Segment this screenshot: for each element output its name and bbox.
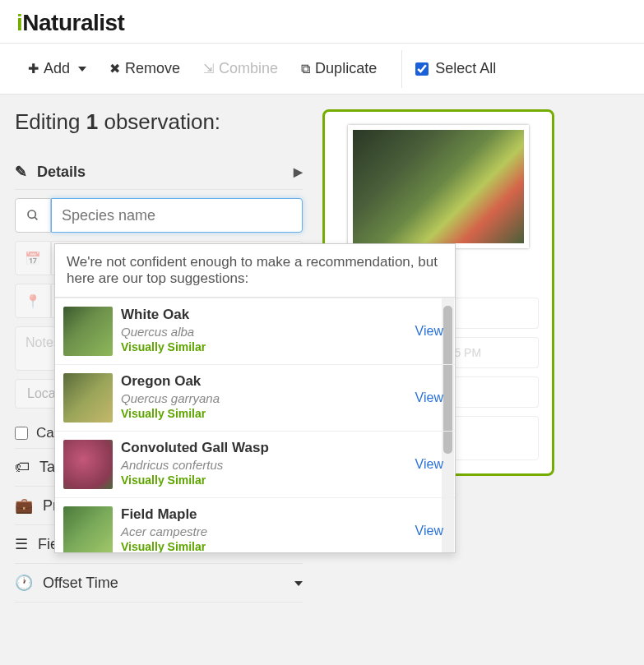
pencil-icon: ✎ [15, 163, 27, 181]
svg-line-1 [35, 217, 37, 219]
x-icon: ✖ [109, 61, 120, 76]
details-header[interactable]: ✎ Details ▶ [15, 155, 303, 190]
pin-icon: 📍 [15, 284, 51, 318]
combine-icon: ⇲ [203, 61, 214, 76]
suggestion-item[interactable]: Field Maple Acer campestre Visually Simi… [55, 497, 455, 552]
duplicate-label: Duplicate [315, 60, 377, 77]
list-icon: ☰ [15, 535, 28, 553]
visually-similar-label: Visually Similar [121, 473, 407, 487]
suggestion-thumbnail [63, 307, 113, 356]
remove-button[interactable]: ✖ Remove [98, 53, 192, 84]
view-link[interactable]: View [415, 524, 443, 538]
view-link[interactable]: View [415, 390, 443, 405]
suggestion-thumbnail [63, 506, 113, 552]
suggestion-name: Convoluted Gall Wasp [121, 440, 407, 456]
combine-button[interactable]: ⇲ Combine [192, 53, 290, 84]
logo: iNaturalist [16, 10, 628, 36]
offset-row[interactable]: 🕐Offset Time [15, 564, 303, 603]
view-link[interactable]: View [415, 324, 443, 339]
editing-prefix: Editing [15, 109, 86, 134]
chevron-right-icon: ▶ [294, 165, 303, 178]
add-button[interactable]: ✚ Add [16, 53, 98, 84]
suggestions-body: ▲ White Oak Quercus alba Visually Simila… [55, 298, 455, 552]
tag-icon: 🏷 [15, 459, 30, 476]
remove-label: Remove [125, 60, 180, 77]
species-row [15, 198, 303, 233]
briefcase-icon: 💼 [15, 496, 33, 515]
suggestion-item[interactable]: White Oak Quercus alba Visually Similar … [55, 298, 455, 364]
suggestion-thumbnail [63, 373, 113, 423]
suggestion-name: White Oak [121, 307, 407, 323]
visually-similar-label: Visually Similar [121, 540, 407, 552]
suggestion-item[interactable]: Convoluted Gall Wasp Andricus confertus … [55, 431, 455, 497]
suggestion-thumbnail [63, 440, 113, 489]
editing-suffix: observation: [98, 109, 220, 134]
chevron-down-icon [291, 576, 303, 589]
species-input[interactable] [51, 198, 303, 233]
visually-similar-label: Visually Similar [121, 407, 407, 420]
suggestions-header: We're not confident enough to make a rec… [55, 244, 455, 298]
captive-checkbox[interactable] [15, 427, 28, 440]
suggestion-scientific-name: Quercus alba [121, 325, 407, 339]
details-title: Details [37, 164, 86, 181]
suggestion-name: Oregon Oak [121, 373, 407, 390]
combine-label: Combine [219, 60, 278, 77]
suggestion-scientific-name: Acer campestre [121, 524, 407, 538]
caret-down-icon [75, 60, 86, 77]
clock-icon: 🕐 [15, 574, 33, 592]
select-all-checkbox[interactable] [415, 62, 429, 76]
app-header: iNaturalist [0, 0, 644, 44]
plus-icon: ✚ [28, 61, 39, 76]
suggestion-scientific-name: Quercus garryana [121, 391, 407, 405]
suggestion-name: Field Maple [121, 506, 407, 523]
visually-similar-label: Visually Similar [121, 340, 407, 353]
svg-point-0 [28, 210, 35, 218]
toolbar: ✚ Add ✖ Remove ⇲ Combine ⧉ Duplicate Sel… [0, 44, 644, 95]
species-suggestions-dropdown: We're not confident enough to make a rec… [54, 243, 456, 553]
calendar-icon: 📅 [15, 241, 51, 275]
select-all[interactable]: Select All [415, 60, 496, 77]
duplicate-button[interactable]: ⧉ Duplicate [290, 53, 388, 84]
duplicate-icon: ⧉ [301, 62, 310, 76]
view-link[interactable]: View [415, 457, 443, 472]
add-label: Add [44, 60, 70, 77]
search-icon [15, 198, 51, 233]
logo-text: Naturalist [22, 10, 124, 35]
editing-title: Editing 1 observation: [15, 109, 303, 135]
select-all-label: Select All [435, 60, 496, 77]
suggestion-item[interactable]: Oregon Oak Quercus garryana Visually Sim… [55, 364, 455, 431]
toolbar-divider [401, 50, 402, 88]
offset-label: Offset Time [43, 575, 118, 592]
suggestion-scientific-name: Andricus confertus [121, 458, 407, 472]
editing-count: 1 [86, 109, 98, 134]
observation-thumbnail[interactable] [348, 125, 529, 248]
